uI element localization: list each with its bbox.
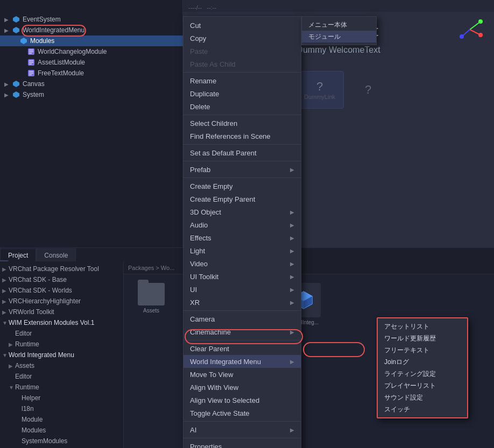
context-menu-item-align-with-view[interactable]: Align With View — [184, 381, 301, 394]
modules-submenu-item-Joinログ[interactable]: Joinログ — [378, 356, 467, 368]
submenu-arrow-icon: ▶ — [290, 209, 294, 215]
project-sidebar-item[interactable]: Editor — [0, 328, 123, 339]
menu-item-label: Prefab — [190, 166, 210, 174]
dummy-welcome-text: Dummy WelcomeText — [297, 45, 380, 55]
context-menu-separator — [184, 72, 301, 73]
submenu-arrow-icon: ▶ — [290, 427, 294, 433]
menu-item-label: Select Children — [190, 119, 237, 127]
context-menu-item-delete[interactable]: Delete — [184, 100, 301, 113]
modules-submenu-item-フリーテキスト[interactable]: フリーテキスト — [378, 344, 467, 356]
hierarchy-item-system[interactable]: ▶System — [0, 89, 183, 100]
hierarchy-item-eventsystem[interactable]: ▶EventSystem — [0, 14, 183, 25]
context-menu-item-find-references-in-scene[interactable]: Find References in Scene — [184, 130, 301, 143]
modules-submenu-item-プレイヤーリスト[interactable]: プレイヤーリスト — [378, 380, 467, 392]
project-sidebar-item[interactable]: ▶Assets — [0, 360, 123, 371]
project-sidebar-item[interactable]: ▼Runtime — [0, 382, 123, 393]
project-sidebar-item[interactable]: ▶VRWorld Toolkit — [0, 307, 123, 317]
context-menu-item-ai[interactable]: AI▶ — [184, 423, 301, 436]
context-menu-item-move-to-view[interactable]: Move To View — [184, 368, 301, 381]
hierarchy-item-label: AssetListModule — [38, 59, 85, 66]
project-sidebar-item[interactable]: Editor — [0, 371, 123, 382]
context-menu-item-paste-as-child: Paste As Child — [184, 58, 301, 70]
menu-item-label: Light — [190, 247, 205, 255]
assets-folder-label: Assets — [143, 308, 159, 314]
hierarchy-item-canvas[interactable]: ▶Canvas — [0, 79, 183, 89]
context-menu-item-ui[interactable]: UI▶ — [184, 283, 301, 296]
submenu-arrow-icon: ▶ — [290, 274, 294, 280]
hierarchy-item-worldintegratedmenu[interactable]: ▶WorldIntegratedMenu — [0, 25, 183, 35]
project-sidebar-item[interactable]: ▶VRChat SDK - Base — [0, 274, 123, 285]
assets-folder[interactable]: Assets — [132, 283, 170, 314]
modules-submenu-item-ライティング設定[interactable]: ライティング設定 — [378, 368, 467, 380]
project-sidebar: ▶VRChat Package Resolver Tool▶VRChat SDK… — [0, 261, 124, 448]
context-menu-item-effects[interactable]: Effects▶ — [184, 231, 301, 244]
wim-submenu-item-モジュール[interactable]: モジュール — [302, 31, 376, 42]
modules-submenu-item-アセットリスト[interactable]: アセットリスト — [378, 321, 467, 332]
context-menu-item-rename[interactable]: Rename — [184, 74, 301, 87]
sidebar-item-label: VRWorld Toolkit — [9, 308, 54, 316]
project-sidebar-item[interactable]: l18n — [0, 403, 123, 414]
menu-item-label: Paste — [190, 47, 208, 55]
hierarchy-item-freetextmodule[interactable]: FreeTextModule — [0, 68, 183, 79]
hierarchy-item-worldchangelogmodule[interactable]: WorldChangelogModule — [0, 46, 183, 57]
context-menu-item-world-integrated-menu[interactable]: World Integrated Menu▶ — [184, 355, 301, 368]
hierarchy-item-label: System — [23, 91, 44, 98]
sidebar-item-label: VRChat SDK - Base — [9, 276, 67, 283]
modules-submenu-label: ライティング設定 — [384, 369, 436, 379]
context-menu-item-align-view-to-selected[interactable]: Align View to Selected — [184, 394, 301, 407]
modules-submenu-item-サウンド設定[interactable]: サウンド設定 — [378, 392, 467, 403]
sidebar-item-label: VRChat Package Resolver Tool — [9, 265, 99, 273]
project-sidebar-item[interactable]: ▶VRCHierarchyHighlighter — [0, 296, 123, 307]
context-menu-item-xr[interactable]: XR▶ — [184, 296, 301, 309]
project-sidebar-item[interactable]: ▶Runtime — [0, 339, 123, 350]
context-menu-separator — [184, 438, 301, 438]
context-menu-item-audio[interactable]: Audio▶ — [184, 218, 301, 231]
tab-console[interactable]: Console — [36, 248, 76, 261]
svg-marker-15 — [13, 81, 19, 87]
context-menu-item-clear-parent[interactable]: Clear Parent — [184, 342, 301, 355]
context-menu-item-prefab[interactable]: Prefab▶ — [184, 163, 301, 176]
context-menu-item-ui-toolkit[interactable]: UI Toolkit▶ — [184, 270, 301, 283]
project-sidebar-item[interactable]: Module — [0, 414, 123, 425]
project-sidebar-item[interactable]: ▶VRChat Package Resolver Tool — [0, 264, 123, 274]
context-menu-item-toggle-active-state[interactable]: Toggle Active State — [184, 407, 301, 419]
context-menu-item-video[interactable]: Video▶ — [184, 257, 301, 270]
wim-submenu-label: メニュー本体 — [308, 20, 347, 30]
menu-item-label: Paste As Child — [190, 60, 236, 68]
submenu-arrow-icon: ▶ — [290, 300, 294, 305]
context-menu-item-3d-object[interactable]: 3D Object▶ — [184, 205, 301, 218]
context-menu-item-light[interactable]: Light▶ — [184, 244, 301, 257]
wim-submenu-item-メニュー本体[interactable]: メニュー本体 — [302, 19, 376, 31]
menu-item-label: UI — [190, 286, 197, 294]
project-sidebar-item[interactable]: ▼WIM Extension Modules Vol.1 — [0, 317, 123, 328]
menu-item-label: Create Empty — [190, 182, 232, 190]
context-menu-item-properties[interactable]: Properties... — [184, 440, 301, 448]
context-menu-item-cut[interactable]: Cut — [184, 19, 301, 32]
menu-item-label: Delete — [190, 103, 210, 111]
svg-point-21 — [478, 33, 483, 37]
context-menu-item-create-empty-parent[interactable]: Create Empty Parent — [184, 193, 301, 205]
project-sidebar-item[interactable]: Helper — [0, 393, 123, 403]
modules-submenu-label: ワールド更新履歴 — [384, 334, 436, 343]
hierarchy-item-modules[interactable]: Modules — [0, 35, 183, 46]
hierarchy-arrow: ▶ — [4, 81, 12, 87]
project-sidebar-item[interactable]: SystemModules — [0, 436, 123, 446]
context-menu-item-copy[interactable]: Copy — [184, 32, 301, 45]
modules-submenu-item-スイッチ[interactable]: スイッチ — [378, 403, 467, 415]
project-sidebar-item[interactable]: ▼World Integrated Menu — [0, 350, 123, 360]
project-sidebar-item[interactable]: ▶VRChat SDK - Worlds — [0, 285, 123, 296]
context-menu-item-create-empty[interactable]: Create Empty — [184, 180, 301, 193]
tab-project[interactable]: Project — [0, 248, 36, 261]
context-menu-item-duplicate[interactable]: Duplicate — [184, 87, 301, 100]
modules-submenu-item-ワールド更新履歴[interactable]: ワールド更新履歴 — [378, 332, 467, 344]
submenu-modules: アセットリストワールド更新履歴フリーテキストJoinログライティング設定プレイヤ… — [377, 317, 468, 418]
sidebar-item-label: Editor — [15, 373, 32, 380]
context-menu-item-select-children[interactable]: Select Children — [184, 117, 301, 130]
context-menu-item-set-as-default-parent[interactable]: Set as Default Parent — [184, 146, 301, 159]
context-menu-item-camera[interactable]: Camera — [184, 312, 301, 325]
project-sidebar-item[interactable]: Modules — [0, 425, 123, 436]
sidebar-arrow: ▶ — [2, 266, 9, 272]
modules-submenu-label: スイッチ — [384, 405, 410, 414]
hierarchy-item-assetlistmodule[interactable]: AssetListModule — [0, 57, 183, 68]
context-menu-item-cinemachine[interactable]: Cinemachine▶ — [184, 325, 301, 338]
